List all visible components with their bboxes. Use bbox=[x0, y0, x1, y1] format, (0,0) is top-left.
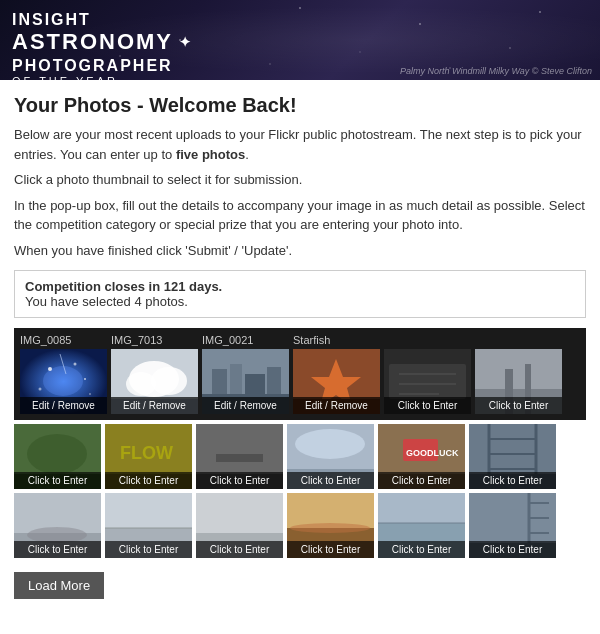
svg-point-3 bbox=[74, 363, 77, 366]
photo-label-4 bbox=[384, 334, 471, 346]
photo-thumb-3[interactable]: Edit / Remove bbox=[293, 349, 380, 414]
photo-action-r3-5[interactable]: Click to Enter bbox=[469, 541, 556, 558]
photo-thumb-5[interactable]: Click to Enter bbox=[475, 349, 562, 414]
photo-thumb-2[interactable]: Edit / Remove bbox=[202, 349, 289, 414]
svg-text:FLOW: FLOW bbox=[120, 443, 173, 463]
title-line1: INSIGHT bbox=[12, 10, 193, 29]
main-content: Your Photos - Welcome Back! Below are yo… bbox=[0, 80, 600, 609]
photo-action-r3-3[interactable]: Click to Enter bbox=[287, 541, 374, 558]
selected-thumbnails: Edit / Remove Edit / Remove bbox=[20, 349, 580, 414]
photo-action-r3-1[interactable]: Click to Enter bbox=[105, 541, 192, 558]
photo-thumb-r2-0[interactable]: Click to Enter bbox=[14, 424, 101, 489]
photo-action-5[interactable]: Click to Enter bbox=[475, 397, 562, 414]
svg-point-4 bbox=[84, 378, 86, 380]
title-line3: PHOTOGRAPHER bbox=[12, 56, 193, 75]
svg-point-11 bbox=[151, 367, 187, 395]
photo-thumb-1[interactable]: Edit / Remove bbox=[111, 349, 198, 414]
load-more-button[interactable]: Load More bbox=[14, 572, 104, 599]
photo-action-4[interactable]: Click to Enter bbox=[384, 397, 471, 414]
photos-selected: You have selected 4 photos. bbox=[25, 294, 575, 309]
photo-action-r2-0[interactable]: Click to Enter bbox=[14, 472, 101, 489]
svg-text:GOODLUCK: GOODLUCK bbox=[406, 448, 459, 458]
photo-row-2: Click to Enter FLOW Click to Enter Click… bbox=[14, 424, 586, 489]
header-credit: Palmy North Windmill Milky Way © Steve C… bbox=[400, 66, 592, 76]
photo-thumb-r3-2[interactable]: Click to Enter bbox=[196, 493, 283, 558]
photo-label-3: Starfish bbox=[293, 334, 380, 346]
photo-label-1: IMG_7013 bbox=[111, 334, 198, 346]
page-title: Your Photos - Welcome Back! bbox=[14, 94, 586, 117]
photo-action-r3-2[interactable]: Click to Enter bbox=[196, 541, 283, 558]
photo-thumb-r3-3[interactable]: Click to Enter bbox=[287, 493, 374, 558]
intro-paragraph-2: Click a photo thumbnail to select it for… bbox=[14, 170, 586, 190]
svg-point-5 bbox=[39, 388, 42, 391]
photo-action-r2-5[interactable]: Click to Enter bbox=[469, 472, 556, 489]
site-title: INSIGHT ASTRONOMY ✦ PHOTOGRAPHER OF THE … bbox=[12, 10, 193, 80]
intro-paragraph-3: In the pop-up box, fill out the details … bbox=[14, 196, 586, 235]
photo-thumb-r2-4[interactable]: GOODLUCK Click to Enter bbox=[378, 424, 465, 489]
photo-label-5 bbox=[475, 334, 562, 346]
photo-thumb-4[interactable]: Click to Enter bbox=[384, 349, 471, 414]
photo-action-r3-4[interactable]: Click to Enter bbox=[378, 541, 465, 558]
photo-action-2[interactable]: Edit / Remove bbox=[202, 397, 289, 414]
photo-thumb-r2-1[interactable]: FLOW Click to Enter bbox=[105, 424, 192, 489]
photo-action-0[interactable]: Edit / Remove bbox=[20, 397, 107, 414]
photo-thumb-r2-5[interactable]: Click to Enter bbox=[469, 424, 556, 489]
photo-action-3[interactable]: Edit / Remove bbox=[293, 397, 380, 414]
svg-rect-38 bbox=[216, 454, 263, 462]
photo-thumb-r3-0[interactable]: Click to Enter bbox=[14, 493, 101, 558]
svg-point-32 bbox=[27, 434, 87, 474]
svg-point-65 bbox=[290, 523, 370, 533]
star-icon: ✦ bbox=[179, 34, 193, 51]
competition-close: Competition closes in 121 days. bbox=[25, 279, 575, 294]
photo-thumb-r2-2[interactable]: Click to Enter bbox=[196, 424, 283, 489]
svg-rect-63 bbox=[287, 493, 374, 528]
svg-point-6 bbox=[89, 393, 91, 395]
photo-action-r2-2[interactable]: Click to Enter bbox=[196, 472, 283, 489]
svg-point-2 bbox=[48, 367, 52, 371]
photo-label-2: IMG_0021 bbox=[202, 334, 289, 346]
photo-thumb-r3-1[interactable]: Click to Enter bbox=[105, 493, 192, 558]
photo-action-r3-0[interactable]: Click to Enter bbox=[14, 541, 101, 558]
intro-paragraph-1: Below are your most recent uploads to yo… bbox=[14, 125, 586, 164]
photo-thumb-r3-5[interactable]: Click to Enter bbox=[469, 493, 556, 558]
site-header: INSIGHT ASTRONOMY ✦ PHOTOGRAPHER OF THE … bbox=[0, 0, 600, 80]
photo-labels-row: IMG_0085 IMG_7013 IMG_0021 Starfish bbox=[20, 334, 580, 346]
info-box: Competition closes in 121 days. You have… bbox=[14, 270, 586, 318]
photo-action-r2-1[interactable]: Click to Enter bbox=[105, 472, 192, 489]
title-line2: ASTRONOMY ✦ bbox=[12, 29, 193, 55]
photo-row-3: Click to Enter Click to Enter Click to E… bbox=[14, 493, 586, 558]
photo-action-1[interactable]: Edit / Remove bbox=[111, 397, 198, 414]
photo-thumb-r3-4[interactable]: Click to Enter bbox=[378, 493, 465, 558]
title-line4: OF THE YEAR bbox=[12, 75, 193, 80]
selected-photos-row: IMG_0085 IMG_7013 IMG_0021 Starfish bbox=[14, 328, 586, 420]
svg-point-41 bbox=[295, 429, 365, 459]
photo-label-0: IMG_0085 bbox=[20, 334, 107, 346]
photo-thumb-0[interactable]: Edit / Remove bbox=[20, 349, 107, 414]
photo-thumb-r2-3[interactable]: Click to Enter bbox=[287, 424, 374, 489]
photo-action-r2-3[interactable]: Click to Enter bbox=[287, 472, 374, 489]
intro-paragraph-4: When you have finished click 'Submit' / … bbox=[14, 241, 586, 261]
photo-action-r2-4[interactable]: Click to Enter bbox=[378, 472, 465, 489]
